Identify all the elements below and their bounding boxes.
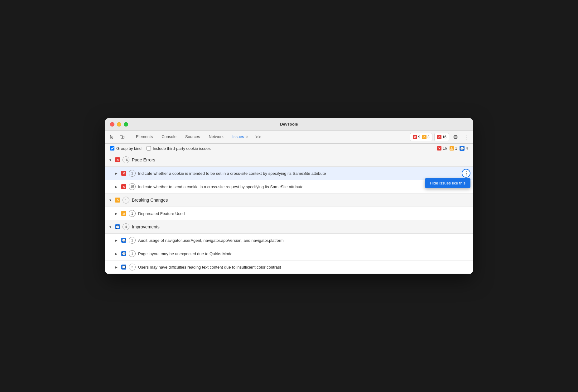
issue-icon-3: ⚠ (121, 211, 126, 216)
svg-rect-1 (123, 136, 124, 138)
toolbar: Elements Console Sources Network Issues … (105, 131, 473, 144)
issue-text-2: Indicate whether to send a cookie in a c… (138, 184, 468, 189)
tab-elements[interactable]: Elements (132, 131, 157, 143)
issue-count-5: 1 (129, 250, 136, 257)
settings-button[interactable]: ⚙ (451, 133, 460, 141)
section-icon-errors: ✕ (115, 157, 120, 162)
issue-count-3: 1 (129, 210, 136, 217)
filter-bar: Group by kind Include third-party cookie… (105, 144, 473, 153)
section-title-breaking: Breaking Changes (132, 198, 168, 203)
section-icon-breaking: ⚠ (115, 198, 120, 203)
filter-warning-icon: ⚠ (450, 146, 454, 151)
section-page-errors[interactable]: ▼ ✕ 16 Page Errors (105, 153, 473, 167)
issue-chevron-2: ▶ (115, 185, 119, 189)
issue-count-6: 2 (129, 264, 136, 270)
issue-row-5[interactable]: ▶ 💬 1 Page layout may be unexpected due … (105, 247, 473, 261)
issue-text-1: Indicate whether a cookie is intended to… (138, 171, 468, 176)
error-badge: ✕ 9 (413, 135, 420, 139)
filter-error-icon: ✕ (437, 146, 441, 151)
filter-badges: ✕ 16 ⚠ 1 💬 4 (437, 146, 468, 151)
warning-badge: ⚠ 3 (422, 135, 430, 139)
section-breaking-changes[interactable]: ▼ ⚠ 1 Breaking Changes (105, 194, 473, 207)
tab-network[interactable]: Network (205, 131, 228, 143)
section-title-errors: Page Errors (132, 157, 155, 162)
filter-divider (216, 146, 216, 151)
issue-chevron-1: ▶ (115, 172, 119, 175)
toolbar-right: ✕ 9 ⚠ 3 ✕ 16 ⚙ ⋮ (410, 133, 470, 141)
error-icon: ✕ (413, 135, 417, 139)
issue-count-1: 1 (129, 170, 136, 177)
issue-icon-5: 💬 (121, 251, 126, 256)
tab-console[interactable]: Console (157, 131, 181, 143)
traffic-lights (110, 122, 128, 127)
issue-icon-1: ✕ (121, 171, 126, 176)
issue-row-6[interactable]: ▶ 💬 2 Users may have difficulties readin… (105, 261, 473, 274)
section-count-improvements: 4 (123, 223, 129, 230)
error-x-icon: ✕ (437, 135, 441, 139)
section-title-improvements: Improvements (132, 224, 160, 229)
close-button[interactable] (110, 122, 114, 127)
minimize-button[interactable] (117, 122, 121, 127)
issues-content: ▼ ✕ 16 Page Errors ▶ ✕ 1 Indicate whethe… (105, 153, 473, 274)
more-tabs-button[interactable]: >> (253, 131, 263, 143)
toolbar-icons (108, 133, 129, 141)
issue-row-3[interactable]: ▶ ⚠ 1 Deprecated Feature Used (105, 207, 473, 220)
cursor-icon (109, 135, 114, 140)
issue-text-4: Audit usage of navigator.userAgent, navi… (138, 238, 468, 243)
issue-row-1[interactable]: ▶ ✕ 1 Indicate whether a cookie is inten… (105, 167, 473, 180)
filter-info-icon: 💬 (460, 146, 465, 151)
three-dot-button-1[interactable]: ⋮ (462, 169, 470, 178)
issue-chevron-5: ▶ (115, 252, 119, 256)
section-chevron-errors: ▼ (109, 158, 113, 162)
tab-issues-close[interactable]: × (246, 135, 248, 139)
maximize-button[interactable] (124, 122, 128, 127)
group-by-kind-checkbox[interactable] (110, 146, 114, 151)
issue-icon-2: ✕ (121, 184, 126, 189)
issue-text-3: Deprecated Feature Used (138, 211, 468, 216)
tab-sources[interactable]: Sources (181, 131, 205, 143)
issue-count-2: 15 (129, 183, 136, 190)
gear-icon: ⚙ (453, 134, 458, 141)
issue-row-2[interactable]: ▶ ✕ 15 Indicate whether to send a cookie… (105, 180, 473, 194)
window-title: DevTools (280, 122, 298, 127)
section-improvements[interactable]: ▼ 💬 4 Improvements (105, 220, 473, 234)
filter-warning-badge[interactable]: ⚠ 1 (450, 146, 457, 151)
issue-chevron-4: ▶ (115, 239, 119, 242)
more-menu-button[interactable]: ⋮ (462, 133, 470, 141)
group-by-kind-label[interactable]: Group by kind (110, 146, 142, 151)
issue-count-4: 1 (129, 237, 136, 244)
inspect-icon-button[interactable] (108, 133, 116, 141)
more-vert-icon: ⋮ (463, 134, 469, 141)
device-icon-button[interactable] (118, 133, 126, 141)
issue-chevron-6: ▶ (115, 265, 119, 269)
title-bar: DevTools (105, 118, 473, 131)
section-chevron-improvements: ▼ (109, 225, 113, 229)
filter-info-badge[interactable]: 💬 4 (460, 146, 468, 151)
issue-icon-4: 💬 (121, 238, 126, 243)
issue-text-5: Page layout may be unexpected due to Qui… (138, 251, 468, 256)
warning-icon: ⚠ (422, 135, 426, 139)
devtools-window: DevTools Elements Console (105, 118, 473, 274)
tab-issues[interactable]: Issues × (228, 131, 253, 143)
issue-text-6: Users may have difficulties reading text… (138, 265, 468, 270)
third-party-checkbox[interactable] (147, 146, 151, 151)
device-icon (119, 135, 124, 140)
issue-chevron-3: ▶ (115, 212, 119, 215)
nav-tabs: Elements Console Sources Network Issues … (132, 131, 410, 143)
issue-icon-6: 💬 (121, 265, 126, 270)
error-count-badge[interactable]: ✕ 16 (434, 133, 449, 141)
section-chevron-breaking: ▼ (109, 198, 113, 202)
section-icon-improvements: 💬 (115, 224, 120, 229)
hide-issues-dropdown[interactable]: Hide issues like this (425, 178, 470, 188)
error-warning-badge[interactable]: ✕ 9 ⚠ 3 (410, 133, 432, 141)
section-count-breaking: 1 (123, 197, 129, 203)
filter-error-badge[interactable]: ✕ 16 (437, 146, 447, 151)
third-party-label[interactable]: Include third-party cookie issues (147, 146, 211, 151)
section-count-errors: 16 (123, 156, 129, 163)
issue-row-4[interactable]: ▶ 💬 1 Audit usage of navigator.userAgent… (105, 234, 473, 247)
